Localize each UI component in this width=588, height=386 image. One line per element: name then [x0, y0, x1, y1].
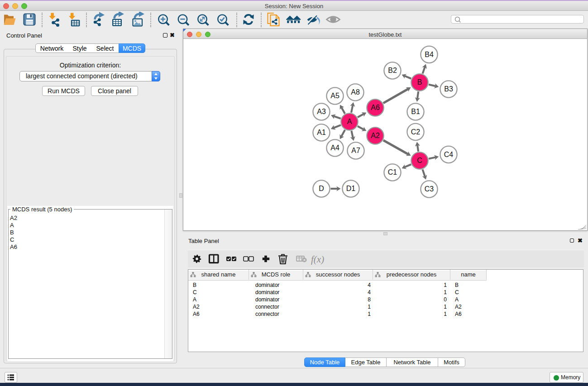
svg-text:A7: A7 — [351, 147, 360, 154]
svg-text:A1: A1 — [317, 129, 326, 136]
svg-text:A: A — [347, 118, 352, 125]
svg-text:A8: A8 — [351, 88, 360, 96]
svg-text:f(x): f(x) — [311, 254, 324, 265]
svg-text:A4: A4 — [330, 144, 339, 152]
svg-text:A6: A6 — [371, 104, 380, 111]
svg-text:B: B — [417, 78, 422, 86]
svg-text:A2: A2 — [371, 132, 380, 139]
svg-text:B3: B3 — [444, 85, 453, 93]
svg-text:C2: C2 — [411, 128, 421, 136]
svg-text:D: D — [319, 185, 324, 192]
svg-text:C3: C3 — [425, 185, 434, 193]
svg-text:C: C — [417, 157, 422, 164]
svg-text:D1: D1 — [346, 185, 356, 192]
svg-text:B4: B4 — [425, 51, 434, 58]
svg-text:C4: C4 — [444, 151, 454, 158]
svg-text:C1: C1 — [388, 168, 397, 176]
svg-text:B2: B2 — [388, 67, 397, 74]
svg-text:B1: B1 — [411, 108, 420, 115]
svg-text:A5: A5 — [330, 92, 339, 100]
svg-text:A3: A3 — [317, 108, 326, 115]
